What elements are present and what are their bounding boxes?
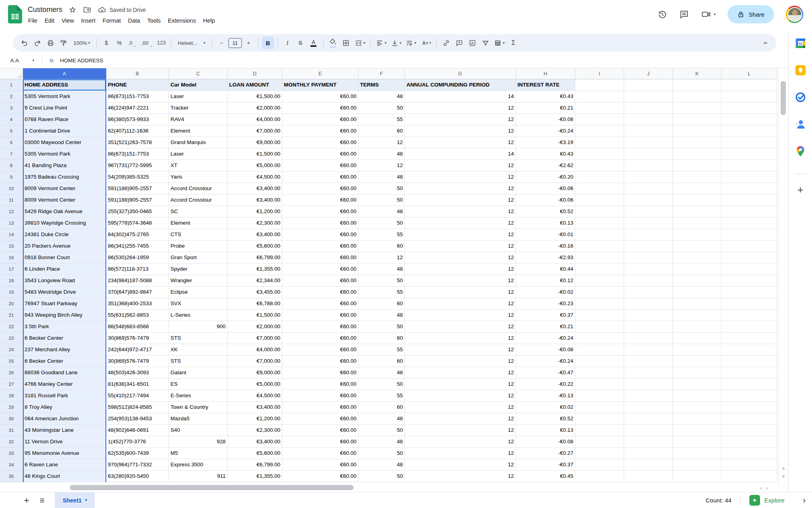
cell-C31[interactable]: S40 xyxy=(169,425,228,436)
cell-J10[interactable] xyxy=(624,183,673,194)
cell-K30[interactable] xyxy=(673,413,722,425)
cell-D9[interactable]: €4,500.00 xyxy=(228,171,282,183)
cell-D32[interactable]: €3,400.00 xyxy=(228,436,282,448)
cell-L11[interactable] xyxy=(722,194,777,206)
row-header-19[interactable]: 19 xyxy=(0,287,23,298)
cell-B12[interactable]: 255(327)350-0465 xyxy=(106,206,169,217)
cell-E13[interactable]: €60.00 xyxy=(282,217,358,229)
cell-D15[interactable]: €5,600.00 xyxy=(228,241,282,252)
cell-G30[interactable]: 12 xyxy=(405,413,516,425)
row-header-13[interactable]: 13 xyxy=(0,217,23,229)
paint-format-button[interactable] xyxy=(57,37,70,49)
cell-C8[interactable]: XT xyxy=(169,160,228,171)
cell-I20[interactable] xyxy=(575,298,624,310)
vertical-scroll-arrows[interactable]: ∧∨ xyxy=(779,466,788,479)
functions-button[interactable]: Σ xyxy=(507,37,520,49)
cell-B15[interactable]: 86(341)255-7455 xyxy=(106,241,169,252)
cell-E4[interactable]: €60.00 xyxy=(282,114,358,125)
column-header-I[interactable]: I xyxy=(575,68,624,79)
column-header-J[interactable]: J xyxy=(624,68,673,79)
cell-E23[interactable]: €60.00 xyxy=(282,333,358,344)
row-header-34[interactable]: 34 xyxy=(0,459,23,471)
cell-C27[interactable]: ES xyxy=(169,379,228,390)
row-header-28[interactable]: 28 xyxy=(0,390,23,402)
cell-F11[interactable]: 50 xyxy=(358,194,405,206)
cell-H9[interactable]: -€0.20 xyxy=(516,171,575,183)
cell-K10[interactable] xyxy=(673,183,722,194)
cell-A16[interactable]: 0918 Bonner Court xyxy=(23,252,106,264)
cell-C28[interactable]: E-Series xyxy=(169,390,228,402)
cell-K22[interactable] xyxy=(673,321,722,333)
cell-F20[interactable]: 60 xyxy=(358,298,405,310)
cell-J19[interactable] xyxy=(624,287,673,298)
cell-K35[interactable] xyxy=(673,471,722,482)
cell-A1[interactable]: HOME ADDRESS xyxy=(23,79,106,91)
cell-I15[interactable] xyxy=(575,241,624,252)
cell-A33[interactable]: 95 Menomonie Avenue xyxy=(23,448,106,459)
zoom-select[interactable]: 100%▾ xyxy=(70,37,93,49)
saved-status[interactable]: Saved to Drive xyxy=(98,6,146,14)
cell-F10[interactable]: 50 xyxy=(358,183,405,194)
cell-J4[interactable] xyxy=(624,114,673,125)
cell-A31[interactable]: 43 Morningstar Lane xyxy=(23,425,106,436)
cell-D27[interactable]: €5,000.00 xyxy=(228,379,282,390)
cell-K11[interactable] xyxy=(673,194,722,206)
cell-F28[interactable]: 55 xyxy=(358,390,405,402)
increase-font-size-button[interactable]: + xyxy=(242,37,255,49)
merge-cells-button[interactable]: ▾ xyxy=(353,37,368,49)
cell-E16[interactable]: €60.00 xyxy=(282,252,358,264)
cell-L27[interactable] xyxy=(722,379,777,390)
cell-D4[interactable]: €4,000.00 xyxy=(228,114,282,125)
cell-L7[interactable] xyxy=(722,148,777,160)
cell-I19[interactable] xyxy=(575,287,624,298)
cell-E3[interactable]: €60.00 xyxy=(282,102,358,114)
move-folder-icon[interactable] xyxy=(83,6,91,14)
cell-D26[interactable]: €9,000.00 xyxy=(228,367,282,379)
cell-H24[interactable]: -€0.08 xyxy=(516,344,575,356)
cell-J15[interactable] xyxy=(624,241,673,252)
cell-F9[interactable]: 48 xyxy=(358,171,405,183)
cell-I5[interactable] xyxy=(575,125,624,137)
cell-A21[interactable]: 943 Weeping Birch Alley xyxy=(23,310,106,321)
cell-I1[interactable] xyxy=(575,79,624,91)
cell-E29[interactable]: €60.00 xyxy=(282,402,358,413)
cell-B4[interactable]: 86(380)573-9933 xyxy=(106,114,169,125)
column-header-F[interactable]: F xyxy=(358,68,405,79)
share-button[interactable]: Share xyxy=(728,5,774,23)
cell-H21[interactable]: €0.37 xyxy=(516,310,575,321)
cell-F1[interactable]: TERMS xyxy=(358,79,405,91)
meet-video-button[interactable]: ▾ xyxy=(701,9,716,19)
cell-A7[interactable]: 5305 Vermont Park xyxy=(23,148,106,160)
cell-A22[interactable]: 3 5th Park xyxy=(23,321,106,333)
print-button[interactable] xyxy=(44,37,57,49)
cell-D1[interactable]: LOAN AMOUNT xyxy=(228,79,282,91)
cell-F5[interactable]: 60 xyxy=(358,125,405,137)
menu-tools[interactable]: Tools xyxy=(144,16,164,25)
version-history-icon[interactable] xyxy=(657,10,667,19)
cell-D22[interactable]: €2,000.00 xyxy=(228,321,282,333)
cell-E17[interactable]: €60.00 xyxy=(282,264,358,275)
cell-F3[interactable]: 50 xyxy=(358,102,405,114)
cell-H25[interactable]: -€0.24 xyxy=(516,356,575,367)
row-header-14[interactable]: 14 xyxy=(0,229,23,241)
format-percent-button[interactable]: % xyxy=(113,37,126,49)
cell-L6[interactable] xyxy=(722,137,777,148)
cell-E5[interactable]: €60.00 xyxy=(282,125,358,137)
scroll-left-icon[interactable]: ‹ xyxy=(760,485,762,491)
cell-A3[interactable]: 9 Crest Line Point xyxy=(23,102,106,114)
cell-E21[interactable]: €60.00 xyxy=(282,310,358,321)
tasks-icon[interactable] xyxy=(795,91,806,103)
cell-K14[interactable] xyxy=(673,229,722,241)
cell-F22[interactable]: 50 xyxy=(358,321,405,333)
cell-H35[interactable]: €0.45 xyxy=(516,471,575,482)
cell-B32[interactable]: 1(452)770-3776 xyxy=(106,436,169,448)
document-title[interactable]: Customers xyxy=(28,6,62,14)
cell-I34[interactable] xyxy=(575,459,624,471)
cell-B7[interactable]: 86(673)151-7753 xyxy=(106,148,169,160)
cell-L15[interactable] xyxy=(722,241,777,252)
menu-format[interactable]: Format xyxy=(99,16,124,25)
keep-icon[interactable] xyxy=(795,64,806,76)
cell-H20[interactable]: -€0.23 xyxy=(516,298,575,310)
font-select[interactable]: Helvet...▾ xyxy=(174,37,209,49)
cell-G35[interactable]: 12 xyxy=(405,471,516,482)
